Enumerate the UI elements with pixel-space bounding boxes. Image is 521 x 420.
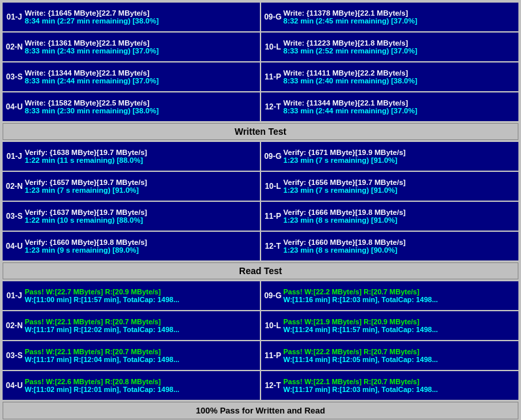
cell-label: 02-N <box>5 173 23 199</box>
cell-line1: Verify: {1666 MByte}[19.8 MByte/s] <box>283 208 516 216</box>
cell-line2: 8:33 min (2:44 min remaining) [37.0%] <box>25 77 257 85</box>
cell-label: 09-G <box>264 283 282 309</box>
cell-line2: 1:22 min (11 s remaining) [88.0%] <box>25 156 257 164</box>
cell-01-j: 01-J Verify: {1638 MByte}[19.7 MByte/s] … <box>3 142 260 171</box>
cell-line1: Write: {11378 MByte}[22.1 MByte/s] <box>283 9 516 17</box>
cell-line2: W:[11:17 min] R:[12:04 min], TotalCap: 1… <box>25 356 257 363</box>
cell-02-n: 02-N Verify: {1657 MByte}[19.7 MByte/s] … <box>3 172 260 201</box>
cell-label: 10-L <box>264 313 282 339</box>
footer-status: 100% Pass for Written and Read <box>3 402 518 419</box>
written-test-header: Written Test <box>3 123 518 140</box>
cell-10-l-right: 10-L Verify: {1656 MByte}[19.7 MByte/s] … <box>261 172 518 201</box>
cell-label: 10-L <box>264 173 282 199</box>
cell-line2: 1:23 min (7 s remaining) [91.0%] <box>283 156 516 164</box>
cell-content: Pass! W:[22.1 MByte/s] R:[20.7 MByte/s] … <box>23 313 257 339</box>
cell-line2: 8:33 min (2:43 min remaining) [37.0%] <box>25 47 257 55</box>
cell-content: Write: {11223 MByte}[21.8 MByte/s] 8:33 … <box>282 34 516 60</box>
cell-09-g-right: 09-G Verify: {1671 MByte}[19.9 MByte/s] … <box>261 142 518 171</box>
cell-line2: W:[11:17 min] R:[12:03 min], TotalCap: 1… <box>283 385 516 393</box>
cell-line1: Write: {11223 MByte}[21.8 MByte/s] <box>283 39 516 47</box>
cell-label: 02-N <box>5 313 23 339</box>
cell-line1: Pass! W:[21.9 MByte/s] R:[20.9 MByte/s] <box>283 318 516 326</box>
cell-11-p-right: 11-P Write: {11411 MByte}[22.2 MByte/s] … <box>261 63 518 91</box>
cell-01-j: 01-J Pass! W:[22.7 MByte/s] R:[20.9 MByt… <box>3 281 260 310</box>
cell-label: 03-S <box>5 64 23 90</box>
cell-line1: Verify: {1638 MByte}[19.7 MByte/s] <box>25 148 257 156</box>
cell-line1: Pass! W:[22.2 MByte/s] R:[20.7 MByte/s] <box>283 348 516 356</box>
pass-section: 01-J Pass! W:[22.7 MByte/s] R:[20.9 MByt… <box>3 281 518 400</box>
cell-line2: 1:23 min (8 s remaining) [91.0%] <box>283 216 516 224</box>
cell-09-g-right: 09-G Pass! W:[22.2 MByte/s] R:[20.7 MByt… <box>261 281 518 310</box>
verify-section: 01-J Verify: {1638 MByte}[19.7 MByte/s] … <box>3 142 518 260</box>
cell-line2: 8:32 min (2:45 min remaining) [37.0%] <box>283 17 516 25</box>
cell-line2: 8:33 min (2:30 min remaining) [38.0%] <box>25 107 257 115</box>
cell-label: 04-U <box>5 94 23 120</box>
cell-content: Pass! W:[22.2 MByte/s] R:[20.7 MByte/s] … <box>282 343 516 369</box>
cell-label: 09-G <box>264 4 282 30</box>
write-section: 01-J Write: {11645 MByte}[22.7 MByte/s] … <box>3 3 518 121</box>
cell-content: Verify: {1666 MByte}[19.8 MByte/s] 1:23 … <box>282 203 516 229</box>
cell-line1: Write: {11344 MByte}[22.1 MByte/s] <box>25 69 257 77</box>
cell-label: 12-T <box>264 233 282 259</box>
cell-12-t-right: 12-T Pass! W:[22.1 MByte/s] R:[20.7 MByt… <box>261 371 518 400</box>
cell-content: Verify: {1660 MByte}[19.8 MByte/s] 1:23 … <box>282 233 516 259</box>
cell-line1: Verify: {1671 MByte}[19.9 MByte/s] <box>283 148 516 156</box>
cell-line1: Pass! W:[22.1 MByte/s] R:[20.7 MByte/s] <box>283 378 516 385</box>
cell-10-l-right: 10-L Write: {11223 MByte}[21.8 MByte/s] … <box>261 33 518 61</box>
cell-line1: Pass! W:[22.1 MByte/s] R:[20.7 MByte/s] <box>25 348 257 356</box>
cell-line2: 1:23 min (8 s remaining) [90.0%] <box>283 246 516 254</box>
cell-content: Pass! W:[22.7 MByte/s] R:[20.9 MByte/s] … <box>23 283 257 309</box>
cell-content: Write: {11411 MByte}[22.2 MByte/s] 8:33 … <box>282 64 516 90</box>
cell-content: Pass! W:[22.6 MByte/s] R:[20.8 MByte/s] … <box>23 372 257 399</box>
cell-label: 01-J <box>5 143 23 169</box>
cell-label: 01-J <box>5 4 23 30</box>
cell-01-j: 01-J Write: {11645 MByte}[22.7 MByte/s] … <box>3 3 260 31</box>
cell-line2: W:[11:24 min] R:[11:57 min], TotalCap: 1… <box>283 326 516 333</box>
cell-line1: Write: {11361 MByte}[22.1 MByte/s] <box>25 39 257 47</box>
cell-content: Verify: {1638 MByte}[19.7 MByte/s] 1:22 … <box>23 143 257 169</box>
cell-line1: Write: {11411 MByte}[22.2 MByte/s] <box>283 69 516 77</box>
cell-line1: Pass! W:[22.2 MByte/s] R:[20.7 MByte/s] <box>283 288 516 296</box>
cell-content: Verify: {1671 MByte}[19.9 MByte/s] 1:23 … <box>282 143 516 169</box>
cell-10-l-right: 10-L Pass! W:[21.9 MByte/s] R:[20.9 MByt… <box>261 311 518 340</box>
cell-content: Write: {11344 MByte}[22.1 MByte/s] 8:33 … <box>282 94 516 120</box>
cell-content: Write: {11378 MByte}[22.1 MByte/s] 8:32 … <box>282 4 516 30</box>
cell-04-u: 04-U Write: {11582 MByte}[22.5 MByte/s] … <box>3 92 260 121</box>
cell-03-s: 03-S Pass! W:[22.1 MByte/s] R:[20.7 MByt… <box>3 341 260 370</box>
cell-content: Write: {11361 MByte}[22.1 MByte/s] 8:33 … <box>23 34 257 60</box>
cell-content: Write: {11645 MByte}[22.7 MByte/s] 8:34 … <box>23 4 257 30</box>
cell-line2: 8:33 min (2:52 min remaining) [37.0%] <box>283 47 516 55</box>
cell-09-g-right: 09-G Write: {11378 MByte}[22.1 MByte/s] … <box>261 3 518 31</box>
cell-content: Verify: {1637 MByte}[19.7 MByte/s] 1:22 … <box>23 203 257 229</box>
cell-line1: Write: {11645 MByte}[22.7 MByte/s] <box>25 9 257 17</box>
cell-line1: Pass! W:[22.7 MByte/s] R:[20.9 MByte/s] <box>25 288 257 296</box>
cell-label: 01-J <box>5 283 23 309</box>
cell-content: Pass! W:[22.2 MByte/s] R:[20.7 MByte/s] … <box>282 283 516 309</box>
cell-label: 12-T <box>264 372 282 399</box>
main-container: 01-J Write: {11645 MByte}[22.7 MByte/s] … <box>0 0 521 420</box>
cell-content: Write: {11344 MByte}[22.1 MByte/s] 8:33 … <box>23 64 257 90</box>
cell-line2: W:[11:02 min] R:[12:01 min], TotalCap: 1… <box>25 385 257 393</box>
cell-line2: W:[11:17 min] R:[12:02 min], TotalCap: 1… <box>25 326 257 333</box>
cell-line2: W:[11:14 min] R:[12:05 min], TotalCap: 1… <box>283 356 516 363</box>
cell-12-t-right: 12-T Verify: {1660 MByte}[19.8 MByte/s] … <box>261 232 518 260</box>
cell-line1: Pass! W:[22.1 MByte/s] R:[20.7 MByte/s] <box>25 318 257 326</box>
cell-line1: Verify: {1657 MByte}[19.7 MByte/s] <box>25 178 257 186</box>
cell-line2: W:[11:00 min] R:[11:57 min], TotalCap: 1… <box>25 296 257 303</box>
cell-content: Pass! W:[22.1 MByte/s] R:[20.7 MByte/s] … <box>282 372 516 399</box>
cell-12-t-right: 12-T Write: {11344 MByte}[22.1 MByte/s] … <box>261 92 518 121</box>
cell-03-s: 03-S Verify: {1637 MByte}[19.7 MByte/s] … <box>3 202 260 231</box>
cell-label: 10-L <box>264 34 282 60</box>
cell-label: 12-T <box>264 94 282 120</box>
cell-04-u: 04-U Verify: {1660 MByte}[19.8 MByte/s] … <box>3 232 260 260</box>
cell-label: 04-U <box>5 233 23 259</box>
cell-03-s: 03-S Write: {11344 MByte}[22.1 MByte/s] … <box>3 63 260 91</box>
cell-line1: Verify: {1656 MByte}[19.7 MByte/s] <box>283 178 516 186</box>
cell-line2: 1:23 min (7 s remaining) [91.0%] <box>25 186 257 194</box>
cell-line1: Write: {11582 MByte}[22.5 MByte/s] <box>25 99 257 107</box>
read-test-header: Read Test <box>3 262 518 279</box>
cell-content: Pass! W:[22.1 MByte/s] R:[20.7 MByte/s] … <box>23 343 257 369</box>
cell-line2: 8:33 min (2:44 min remaining) [37.0%] <box>283 107 516 115</box>
cell-line1: Write: {11344 MByte}[22.1 MByte/s] <box>283 99 516 107</box>
cell-02-n: 02-N Pass! W:[22.1 MByte/s] R:[20.7 MByt… <box>3 311 260 340</box>
